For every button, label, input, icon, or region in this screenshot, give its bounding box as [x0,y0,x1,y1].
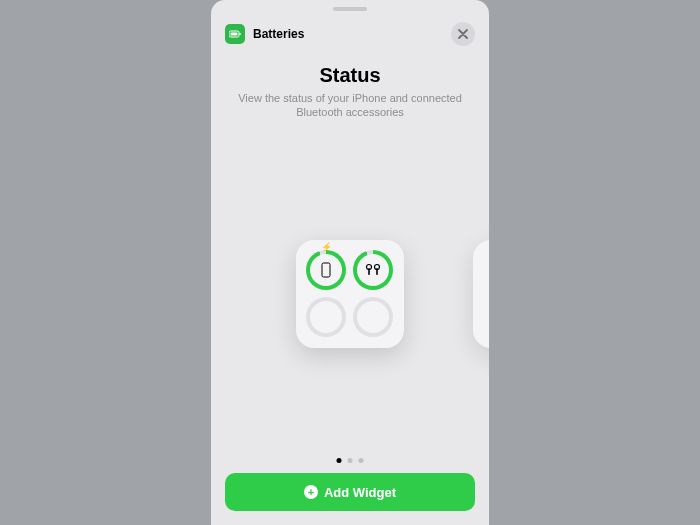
next-widget-peek[interactable] [473,240,489,348]
widget-picker-sheet: Batteries Status View the status of your… [211,0,489,525]
app-title: Batteries [253,27,304,41]
page-dot [348,458,353,463]
svg-rect-2 [240,33,241,35]
battery-ring-airpods [353,250,393,290]
add-widget-label: Add Widget [324,485,396,500]
widget-preview[interactable]: ⚡ [296,240,404,348]
page-indicator[interactable] [337,458,364,463]
close-icon [458,29,468,39]
title-block: Status View the status of your iPhone an… [231,64,469,120]
page-dot [359,458,364,463]
airpods-icon [365,263,381,277]
iphone-icon [321,262,331,278]
svg-rect-1 [231,33,238,36]
svg-rect-3 [322,263,330,277]
sheet-grabber[interactable] [333,7,367,11]
header-left: Batteries [225,24,304,44]
battery-ring-iphone: ⚡ [306,250,346,290]
plus-circle-icon: + [304,485,318,499]
batteries-app-icon [225,24,245,44]
svg-rect-5 [368,268,370,275]
page-title: Status [231,64,469,87]
close-button[interactable] [451,22,475,46]
page-dot [337,458,342,463]
charging-bolt-icon: ⚡ [321,242,332,252]
battery-ring-empty [353,297,393,337]
battery-ring-empty [306,297,346,337]
page-subtitle: View the status of your iPhone and conne… [231,91,469,120]
header: Batteries [225,22,475,46]
svg-rect-7 [376,268,378,275]
add-widget-button[interactable]: + Add Widget [225,473,475,511]
